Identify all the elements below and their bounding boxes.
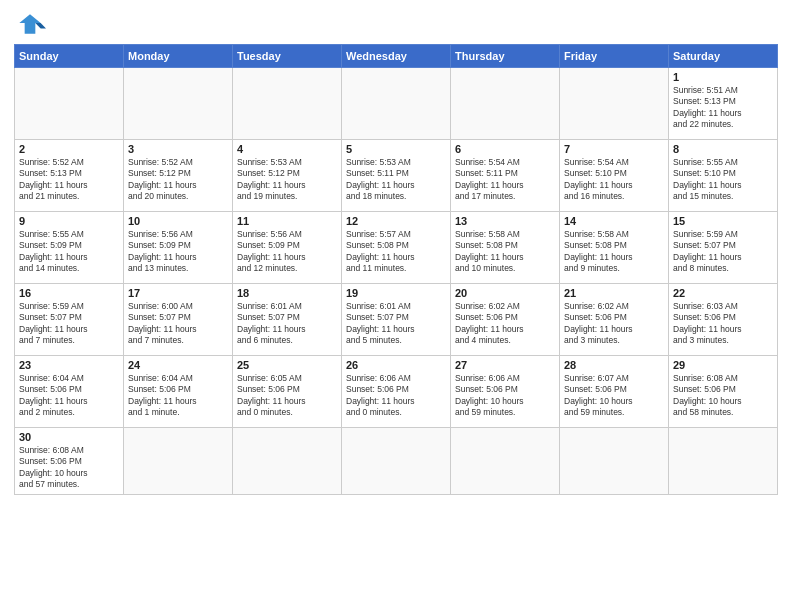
day-number: 26 [346, 359, 446, 371]
calendar-day-cell: 11Sunrise: 5:56 AM Sunset: 5:09 PM Dayli… [233, 212, 342, 284]
day-number: 24 [128, 359, 228, 371]
calendar-day-cell: 12Sunrise: 5:57 AM Sunset: 5:08 PM Dayli… [342, 212, 451, 284]
calendar-week-row: 16Sunrise: 5:59 AM Sunset: 5:07 PM Dayli… [15, 284, 778, 356]
day-info: Sunrise: 5:56 AM Sunset: 5:09 PM Dayligh… [237, 229, 337, 275]
day-number: 22 [673, 287, 773, 299]
calendar-day-cell: 8Sunrise: 5:55 AM Sunset: 5:10 PM Daylig… [669, 140, 778, 212]
day-number: 27 [455, 359, 555, 371]
day-number: 6 [455, 143, 555, 155]
calendar-day-cell: 26Sunrise: 6:06 AM Sunset: 5:06 PM Dayli… [342, 356, 451, 428]
calendar-day-cell: 6Sunrise: 5:54 AM Sunset: 5:11 PM Daylig… [451, 140, 560, 212]
calendar-day-cell [451, 428, 560, 495]
day-info: Sunrise: 5:52 AM Sunset: 5:13 PM Dayligh… [19, 157, 119, 203]
day-number: 7 [564, 143, 664, 155]
calendar-day-cell: 4Sunrise: 5:53 AM Sunset: 5:12 PM Daylig… [233, 140, 342, 212]
weekday-header-wednesday: Wednesday [342, 45, 451, 68]
calendar-day-cell: 2Sunrise: 5:52 AM Sunset: 5:13 PM Daylig… [15, 140, 124, 212]
day-number: 12 [346, 215, 446, 227]
calendar-week-row: 2Sunrise: 5:52 AM Sunset: 5:13 PM Daylig… [15, 140, 778, 212]
day-info: Sunrise: 6:03 AM Sunset: 5:06 PM Dayligh… [673, 301, 773, 347]
calendar-day-cell [342, 68, 451, 140]
weekday-header-sunday: Sunday [15, 45, 124, 68]
day-info: Sunrise: 5:55 AM Sunset: 5:09 PM Dayligh… [19, 229, 119, 275]
calendar-week-row: 30Sunrise: 6:08 AM Sunset: 5:06 PM Dayli… [15, 428, 778, 495]
day-info: Sunrise: 5:53 AM Sunset: 5:12 PM Dayligh… [237, 157, 337, 203]
day-number: 25 [237, 359, 337, 371]
calendar-day-cell [669, 428, 778, 495]
day-info: Sunrise: 6:07 AM Sunset: 5:06 PM Dayligh… [564, 373, 664, 419]
calendar-day-cell [124, 68, 233, 140]
day-info: Sunrise: 6:01 AM Sunset: 5:07 PM Dayligh… [346, 301, 446, 347]
day-number: 15 [673, 215, 773, 227]
day-number: 23 [19, 359, 119, 371]
calendar-day-cell: 1Sunrise: 5:51 AM Sunset: 5:13 PM Daylig… [669, 68, 778, 140]
day-number: 2 [19, 143, 119, 155]
calendar-day-cell: 5Sunrise: 5:53 AM Sunset: 5:11 PM Daylig… [342, 140, 451, 212]
day-info: Sunrise: 6:02 AM Sunset: 5:06 PM Dayligh… [455, 301, 555, 347]
calendar-day-cell: 23Sunrise: 6:04 AM Sunset: 5:06 PM Dayli… [15, 356, 124, 428]
day-number: 29 [673, 359, 773, 371]
day-info: Sunrise: 5:58 AM Sunset: 5:08 PM Dayligh… [455, 229, 555, 275]
day-number: 30 [19, 431, 119, 443]
day-info: Sunrise: 6:04 AM Sunset: 5:06 PM Dayligh… [19, 373, 119, 419]
day-number: 1 [673, 71, 773, 83]
day-info: Sunrise: 5:54 AM Sunset: 5:10 PM Dayligh… [564, 157, 664, 203]
day-number: 9 [19, 215, 119, 227]
day-number: 20 [455, 287, 555, 299]
calendar-day-cell: 16Sunrise: 5:59 AM Sunset: 5:07 PM Dayli… [15, 284, 124, 356]
day-info: Sunrise: 6:06 AM Sunset: 5:06 PM Dayligh… [455, 373, 555, 419]
calendar-day-cell [560, 68, 669, 140]
day-info: Sunrise: 6:01 AM Sunset: 5:07 PM Dayligh… [237, 301, 337, 347]
calendar-day-cell: 21Sunrise: 6:02 AM Sunset: 5:06 PM Dayli… [560, 284, 669, 356]
day-number: 3 [128, 143, 228, 155]
day-info: Sunrise: 5:58 AM Sunset: 5:08 PM Dayligh… [564, 229, 664, 275]
calendar-day-cell: 28Sunrise: 6:07 AM Sunset: 5:06 PM Dayli… [560, 356, 669, 428]
day-number: 19 [346, 287, 446, 299]
day-info: Sunrise: 5:55 AM Sunset: 5:10 PM Dayligh… [673, 157, 773, 203]
day-number: 21 [564, 287, 664, 299]
day-info: Sunrise: 5:57 AM Sunset: 5:08 PM Dayligh… [346, 229, 446, 275]
day-number: 28 [564, 359, 664, 371]
calendar-day-cell: 10Sunrise: 5:56 AM Sunset: 5:09 PM Dayli… [124, 212, 233, 284]
weekday-header-monday: Monday [124, 45, 233, 68]
day-number: 17 [128, 287, 228, 299]
day-number: 16 [19, 287, 119, 299]
calendar-day-cell: 7Sunrise: 5:54 AM Sunset: 5:10 PM Daylig… [560, 140, 669, 212]
day-info: Sunrise: 6:06 AM Sunset: 5:06 PM Dayligh… [346, 373, 446, 419]
calendar-day-cell: 3Sunrise: 5:52 AM Sunset: 5:12 PM Daylig… [124, 140, 233, 212]
day-info: Sunrise: 6:00 AM Sunset: 5:07 PM Dayligh… [128, 301, 228, 347]
calendar-day-cell [15, 68, 124, 140]
page-header [14, 10, 778, 38]
day-number: 8 [673, 143, 773, 155]
calendar-table: SundayMondayTuesdayWednesdayThursdayFrid… [14, 44, 778, 495]
day-info: Sunrise: 5:51 AM Sunset: 5:13 PM Dayligh… [673, 85, 773, 131]
day-info: Sunrise: 5:52 AM Sunset: 5:12 PM Dayligh… [128, 157, 228, 203]
day-number: 10 [128, 215, 228, 227]
logo-icon [14, 10, 46, 38]
calendar-day-cell [124, 428, 233, 495]
day-info: Sunrise: 5:54 AM Sunset: 5:11 PM Dayligh… [455, 157, 555, 203]
calendar-day-cell: 17Sunrise: 6:00 AM Sunset: 5:07 PM Dayli… [124, 284, 233, 356]
day-info: Sunrise: 6:04 AM Sunset: 5:06 PM Dayligh… [128, 373, 228, 419]
calendar-week-row: 1Sunrise: 5:51 AM Sunset: 5:13 PM Daylig… [15, 68, 778, 140]
calendar-day-cell [233, 68, 342, 140]
weekday-header-saturday: Saturday [669, 45, 778, 68]
weekday-header-thursday: Thursday [451, 45, 560, 68]
calendar-week-row: 23Sunrise: 6:04 AM Sunset: 5:06 PM Dayli… [15, 356, 778, 428]
calendar-day-cell: 27Sunrise: 6:06 AM Sunset: 5:06 PM Dayli… [451, 356, 560, 428]
day-number: 4 [237, 143, 337, 155]
calendar-day-cell: 18Sunrise: 6:01 AM Sunset: 5:07 PM Dayli… [233, 284, 342, 356]
calendar-day-cell: 13Sunrise: 5:58 AM Sunset: 5:08 PM Dayli… [451, 212, 560, 284]
logo [14, 10, 50, 38]
day-info: Sunrise: 6:08 AM Sunset: 5:06 PM Dayligh… [19, 445, 119, 491]
calendar-day-cell: 22Sunrise: 6:03 AM Sunset: 5:06 PM Dayli… [669, 284, 778, 356]
calendar-day-cell: 15Sunrise: 5:59 AM Sunset: 5:07 PM Dayli… [669, 212, 778, 284]
calendar-day-cell: 25Sunrise: 6:05 AM Sunset: 5:06 PM Dayli… [233, 356, 342, 428]
day-number: 11 [237, 215, 337, 227]
day-info: Sunrise: 5:59 AM Sunset: 5:07 PM Dayligh… [673, 229, 773, 275]
calendar-day-cell: 19Sunrise: 6:01 AM Sunset: 5:07 PM Dayli… [342, 284, 451, 356]
calendar-day-cell: 30Sunrise: 6:08 AM Sunset: 5:06 PM Dayli… [15, 428, 124, 495]
day-info: Sunrise: 6:08 AM Sunset: 5:06 PM Dayligh… [673, 373, 773, 419]
day-number: 5 [346, 143, 446, 155]
day-info: Sunrise: 6:05 AM Sunset: 5:06 PM Dayligh… [237, 373, 337, 419]
